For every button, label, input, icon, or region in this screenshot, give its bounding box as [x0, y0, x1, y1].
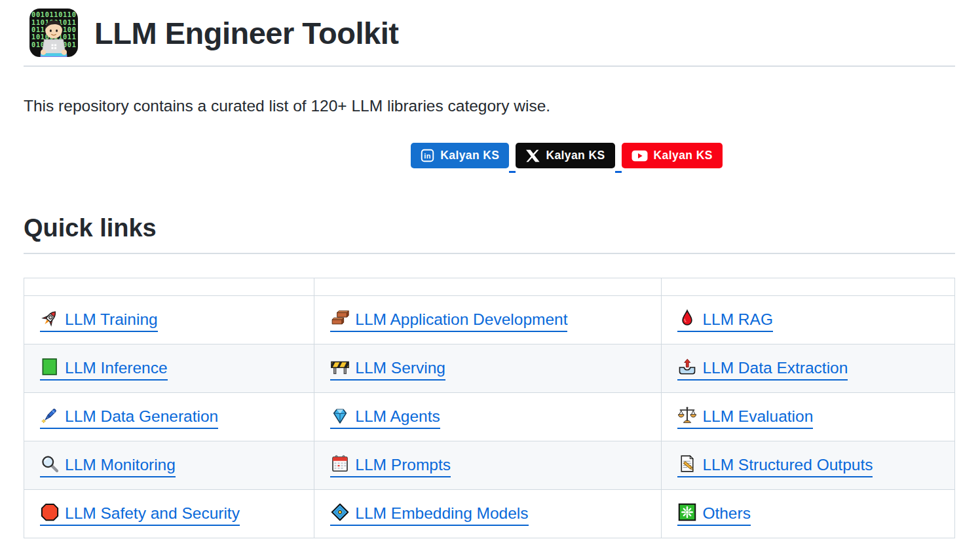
link-label: LLM Data Generation [65, 407, 218, 425]
link-label: LLM Application Development [355, 310, 567, 328]
link-llm-prompts[interactable]: LLM Prompts [330, 454, 451, 477]
construction-barrier-icon [330, 357, 350, 377]
green-square-icon [40, 357, 60, 377]
link-label: LLM Prompts [355, 456, 451, 474]
link-llm-data-generation[interactable]: LLM Data Generation [40, 405, 218, 429]
table-cell: LLM Embedding Models [314, 490, 662, 538]
table-header-row [24, 278, 955, 296]
link-llm-embedding-models[interactable]: LLM Embedding Models [330, 502, 528, 526]
outbox-tray-icon [677, 357, 697, 377]
stop-sign-icon [40, 502, 60, 522]
table-cell: LLM Prompts [314, 441, 662, 490]
table-header-cell [314, 278, 662, 296]
link-label: LLM Data Extraction [702, 359, 848, 377]
table-row: LLM Inference LLM Serving LLM Data Extra… [24, 344, 955, 393]
link-space-underline [615, 171, 622, 174]
link-label: LLM Safety and Security [65, 504, 240, 522]
badge-label: Kalyan KS [654, 149, 713, 162]
table-row: LLM Safety and Security LLM Embedding Mo… [24, 490, 955, 538]
table-cell: LLM Structured Outputs [662, 441, 955, 490]
link-label: LLM Evaluation [702, 407, 813, 425]
link-llm-structured-outputs[interactable]: LLM Structured Outputs [677, 454, 873, 477]
table-row: LLM Monitoring LLM Prompts LLM Structure… [24, 441, 955, 490]
table-cell: LLM Monitoring [24, 441, 314, 490]
link-llm-evaluation[interactable]: LLM Evaluation [677, 405, 813, 429]
table-cell: LLM Application Development [314, 296, 662, 344]
magnifying-glass-icon [40, 454, 60, 474]
table-cell: LLM Agents [314, 393, 662, 441]
table-cell: LLM RAG [662, 296, 955, 344]
table-cell: LLM Evaluation [662, 393, 955, 441]
link-label: LLM Monitoring [65, 456, 176, 474]
link-label: LLM Embedding Models [355, 504, 528, 522]
table-cell: Others [662, 490, 955, 538]
readme-page: 0010110110 1101001011 0110110100 1010011… [0, 0, 980, 538]
linkedin-badge[interactable]: in Kalyan KS [411, 143, 509, 168]
link-llm-agents[interactable]: LLM Agents [330, 405, 440, 429]
table-cell: LLM Inference [24, 344, 314, 393]
link-llm-serving[interactable]: LLM Serving [330, 357, 445, 381]
fountain-pen-icon [40, 405, 60, 425]
page-title: LLM Engineer Toolkit [94, 15, 398, 51]
badge-label: Kalyan KS [440, 149, 499, 162]
youtube-badge[interactable]: Kalyan KS [622, 143, 723, 168]
social-badges-row: in Kalyan KS Kalyan KS Kalyan KS [101, 143, 980, 168]
link-llm-application-development[interactable]: LLM Application Development [330, 308, 567, 332]
x-icon [525, 149, 540, 163]
link-others[interactable]: Others [677, 502, 751, 526]
link-label: LLM Agents [355, 407, 440, 425]
link-llm-training[interactable]: LLM Training [40, 308, 158, 332]
link-label: LLM Serving [355, 359, 445, 377]
calendar-icon [330, 454, 350, 474]
gem-icon [330, 405, 350, 425]
link-label: LLM RAG [702, 310, 773, 328]
diamond-with-dot-icon [330, 502, 350, 522]
table-row: LLM Training LLM Application Development… [24, 296, 955, 344]
memo-pencil-icon [677, 454, 697, 474]
link-llm-data-extraction[interactable]: LLM Data Extraction [677, 357, 848, 381]
table-row: LLM Data Generation LLM Agents LLM Evalu… [24, 393, 955, 441]
table-cell: LLM Data Generation [24, 393, 314, 441]
link-llm-monitoring[interactable]: LLM Monitoring [40, 454, 176, 477]
table-header-cell [24, 278, 314, 296]
table-cell: LLM Safety and Security [24, 490, 314, 538]
svg-text:0010110110: 0010110110 [31, 10, 76, 18]
table-cell: LLM Training [24, 296, 314, 344]
quick-links-heading: Quick links [24, 214, 955, 254]
quick-links-table: LLM Training LLM Application Development… [24, 278, 955, 538]
bricks-icon [330, 308, 350, 328]
svg-text:in: in [424, 152, 431, 160]
link-label: LLM Training [65, 310, 158, 328]
table-cell: LLM Data Extraction [662, 344, 955, 393]
link-llm-rag[interactable]: LLM RAG [677, 308, 773, 332]
badge-label: Kalyan KS [546, 149, 605, 162]
link-llm-safety-and-security[interactable]: LLM Safety and Security [40, 502, 240, 526]
link-space-underline [509, 171, 516, 174]
intro-text: This repository contains a curated list … [24, 97, 955, 115]
page-header: 0010110110 1101001011 0110110100 1010011… [24, 0, 955, 67]
table-header-cell [662, 278, 955, 296]
table-cell: LLM Serving [314, 344, 662, 393]
rocket-icon [40, 308, 60, 328]
x-badge[interactable]: Kalyan KS [516, 143, 614, 168]
link-label: LLM Inference [65, 359, 168, 377]
linkedin-icon: in [421, 149, 434, 162]
technologist-emoji-icon: 0010110110 1101001011 0110110100 1010011… [29, 8, 79, 58]
link-label: Others [702, 504, 751, 522]
youtube-icon [631, 150, 648, 162]
link-label: LLM Structured Outputs [702, 456, 873, 474]
balance-scale-icon [677, 405, 697, 425]
link-llm-inference[interactable]: LLM Inference [40, 357, 168, 381]
blood-drop-icon [677, 308, 697, 328]
sparkle-green-square-icon [677, 502, 697, 522]
